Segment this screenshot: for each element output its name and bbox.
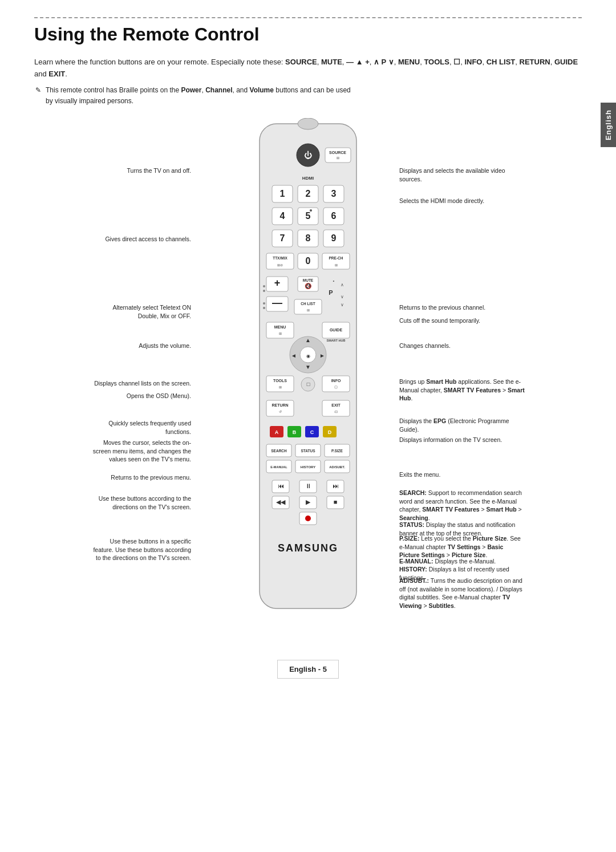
svg-text:MUTE: MUTE: [303, 278, 314, 282]
svg-text:⊞: ⊞: [279, 332, 282, 335]
svg-text:⊞: ⊞: [337, 156, 339, 160]
svg-text:EXIT: EXIT: [331, 403, 341, 407]
svg-text:◀◀: ◀◀: [276, 498, 286, 505]
page-container: Using the Remote Control Learn where the…: [0, 0, 616, 696]
svg-text:⏮: ⏮: [278, 482, 284, 489]
english-tab: English: [601, 103, 616, 147]
svg-text:HISTORY: HISTORY: [301, 465, 315, 469]
ann-prech: Returns to the previous channel.: [399, 303, 525, 312]
svg-text:TOOLS: TOOLS: [273, 379, 287, 383]
ann-search: SEARCH: Support to recommendation search…: [399, 489, 525, 522]
remote-svg: ⏻ SOURCE ⊞ HDMI 1 2 3 4 5: [242, 118, 374, 631]
ann-info: Displays information on the TV screen.: [399, 436, 525, 444]
svg-text:P.SIZE: P.SIZE: [331, 449, 343, 453]
svg-text:⊞: ⊞: [279, 386, 282, 389]
svg-text:D: D: [328, 429, 332, 435]
ann-teletext: Alternately select Teletext ON Double, M…: [91, 303, 191, 320]
svg-point-1: [298, 118, 318, 129]
ann-cursor: Moves the cursor, selects the on-screen …: [91, 439, 191, 464]
svg-text:4: 4: [280, 211, 285, 221]
svg-text:B: B: [293, 429, 297, 435]
ann-specific: Use these buttons in a specific feature.…: [91, 537, 191, 562]
svg-text:•: •: [333, 278, 335, 283]
footer-page-number: English - 5: [277, 660, 339, 679]
ann-adsubt: AD/SUBT.: Turns the audio description on…: [399, 577, 525, 610]
svg-text:▶: ▶: [306, 498, 311, 505]
svg-point-53: [263, 307, 265, 309]
svg-text:🔇: 🔇: [305, 282, 312, 290]
svg-text:6: 6: [331, 211, 337, 221]
ann-channels: Gives direct access to channels.: [91, 235, 191, 244]
svg-text:SMART HUB: SMART HUB: [327, 339, 346, 342]
svg-text:∨: ∨: [341, 302, 344, 307]
svg-text:3: 3: [331, 189, 337, 198]
page-title: Using the Remote Control: [34, 24, 582, 45]
svg-text:∧: ∧: [341, 282, 344, 287]
ann-chlist: Displays channel lists on the screen.: [91, 379, 191, 388]
svg-text:GUIDE: GUIDE: [330, 328, 343, 332]
ann-volume: Adjusts the volume.: [91, 342, 191, 350]
svg-text:■: ■: [334, 498, 338, 505]
svg-text:0: 0: [306, 256, 311, 266]
svg-text:E-MANUAL: E-MANUAL: [270, 465, 287, 469]
svg-text:☐: ☐: [306, 382, 310, 387]
svg-text:∨: ∨: [341, 294, 344, 299]
ann-epg: Displays the EPG (Electronic Programme G…: [399, 417, 525, 433]
intro-paragraph: Learn where the function buttons are on …: [34, 56, 582, 80]
svg-text:INFO: INFO: [331, 379, 341, 383]
ann-hdmi: Selects the HDMI mode directly.: [399, 197, 525, 205]
svg-point-114: [305, 516, 311, 521]
svg-text:HDMI: HDMI: [302, 176, 314, 181]
svg-text:ⓘ: ⓘ: [334, 386, 338, 389]
svg-text:RETURN: RETURN: [271, 403, 288, 407]
diagram-wrapper: Turns the TV on and off. Gives direct ac…: [91, 118, 525, 631]
remote-control: ⏻ SOURCE ⊞ HDMI 1 2 3 4 5: [191, 118, 425, 631]
svg-text:SAMSUNG: SAMSUNG: [278, 542, 338, 554]
svg-text:⊞: ⊞: [307, 309, 310, 312]
svg-rect-4: [325, 148, 351, 163]
svg-text:↺: ↺: [279, 410, 282, 413]
svg-text:⏭: ⏭: [333, 482, 339, 489]
svg-point-18: [310, 209, 312, 212]
svg-text:7: 7: [280, 233, 285, 243]
ann-tools: Quickly selects frequently used function…: [91, 419, 191, 436]
svg-text:A: A: [275, 429, 279, 435]
svg-text:◄: ◄: [291, 352, 297, 359]
ann-smarthub: Brings up Smart Hub applications. See th…: [399, 378, 525, 403]
svg-text:▲: ▲: [305, 337, 311, 343]
ann-power: Turns the TV on and off.: [91, 167, 191, 175]
svg-text:AD/SUBT.: AD/SUBT.: [329, 465, 345, 469]
ann-return: Returns to the previous menu.: [91, 473, 191, 482]
svg-text:1: 1: [280, 189, 285, 198]
ann-emanual: E-MANUAL: Displays the e-Manual.: [399, 557, 525, 566]
ann-osd: Opens the OSD (Menu).: [91, 392, 191, 400]
svg-text:TTX/MIX: TTX/MIX: [273, 256, 287, 260]
note-paragraph: This remote control has Braille points o…: [46, 85, 582, 107]
svg-point-52: [263, 302, 265, 305]
svg-text:CH LIST: CH LIST: [301, 302, 315, 306]
svg-text:9: 9: [331, 233, 337, 243]
svg-point-50: [263, 285, 265, 287]
ann-mute: Cuts off the sound temporarily.: [399, 317, 525, 325]
svg-text:C: C: [310, 429, 314, 435]
svg-text:⏻: ⏻: [304, 151, 312, 160]
svg-text:8: 8: [306, 233, 311, 243]
svg-text:—: —: [272, 297, 282, 309]
svg-text:⊞: ⊞: [335, 263, 338, 267]
svg-text:▼: ▼: [305, 364, 311, 370]
svg-text:SEARCH: SEARCH: [271, 449, 287, 453]
svg-point-51: [263, 290, 265, 292]
svg-text:+: +: [274, 277, 281, 289]
svg-text:SOURCE: SOURCE: [329, 151, 346, 155]
svg-text:⊞⊘: ⊞⊘: [277, 263, 283, 267]
svg-text:5: 5: [306, 211, 311, 221]
ann-colorbtns: Use these buttons according to the direc…: [91, 494, 191, 511]
footer-wrapper: English - 5: [34, 643, 582, 679]
svg-text:►: ►: [319, 352, 325, 359]
dashed-divider: [34, 17, 582, 18]
svg-text:P: P: [329, 289, 333, 296]
svg-text:STATUS: STATUS: [301, 449, 315, 453]
ann-psize: P.SIZE: Lets you select the Picture Size…: [399, 534, 525, 559]
svg-text:PRE-CH: PRE-CH: [329, 256, 343, 260]
ann-exit: Exits the menu.: [399, 470, 525, 479]
